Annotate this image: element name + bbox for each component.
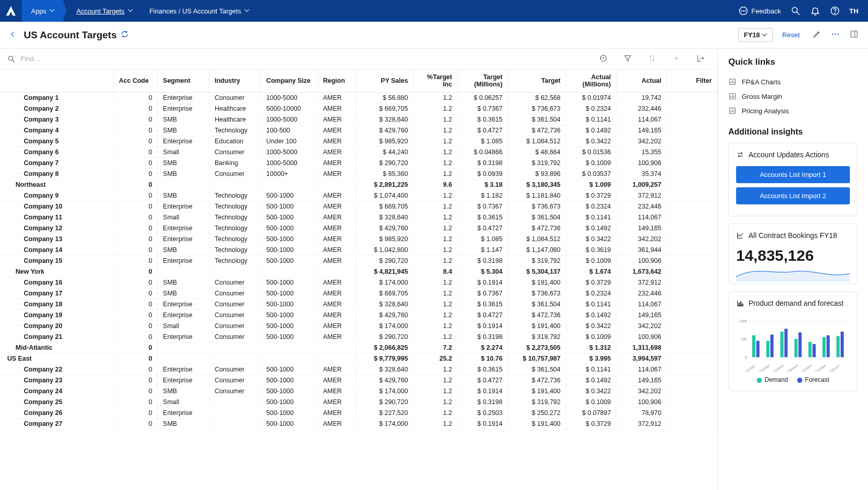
column-header[interactable]: Acc Code	[113, 69, 157, 93]
cell[interactable]: Enterprise	[158, 375, 209, 386]
cell[interactable]: $ 0.0939	[457, 169, 507, 180]
cell[interactable]	[667, 375, 717, 386]
cell[interactable]: $ 56,880	[357, 93, 414, 103]
cell[interactable]: 500-1000	[261, 408, 318, 419]
table-row[interactable]: Northeast0$ 2,891,2259.6$ 3.18$ 3,180,34…	[0, 180, 717, 190]
cell[interactable]: $ 0.4727	[457, 223, 507, 234]
cell[interactable]: 0	[113, 136, 157, 147]
cell[interactable]	[318, 180, 357, 190]
table-row[interactable]: Company 150EnterpriseTechnology500-1000A…	[0, 256, 717, 266]
cell[interactable]: $ 0.2503	[457, 408, 507, 419]
cell[interactable]: 500-1000	[261, 277, 318, 288]
column-header[interactable]	[0, 69, 113, 93]
cell[interactable]: 1,311,698	[616, 343, 666, 353]
cell[interactable]: Consumer	[209, 321, 261, 332]
cell[interactable]: Small	[158, 147, 209, 158]
cell[interactable]: Enterprise	[158, 299, 209, 310]
data-grid[interactable]: Acc CodeSegmentIndustryCompany SizeRegio…	[0, 69, 717, 490]
cell[interactable]: 372,912	[616, 190, 666, 201]
table-row[interactable]: Company 40SMBTechnology100-500AMER$ 429,…	[0, 125, 717, 136]
cell[interactable]: 1000-5000	[261, 93, 318, 103]
cell[interactable]: $ 1.085	[457, 234, 507, 245]
cell[interactable]: 1.2	[413, 288, 457, 299]
cell[interactable]: $ 985,920	[357, 234, 414, 245]
cell[interactable]: Company 11	[0, 212, 113, 223]
cell[interactable]: 500-1000	[261, 234, 318, 245]
cell[interactable]: Enterprise	[158, 310, 209, 321]
cell[interactable]: 1.2	[413, 397, 457, 408]
cell[interactable]: 0	[113, 299, 157, 310]
cell[interactable]	[667, 125, 717, 136]
cell[interactable]: $ 0.1492	[566, 223, 616, 234]
history-button[interactable]	[599, 54, 613, 64]
cell[interactable]: 114,067	[616, 364, 666, 375]
cell[interactable]	[209, 180, 261, 190]
cell[interactable]: AMER	[318, 103, 357, 114]
cell[interactable]	[667, 343, 717, 353]
cell[interactable]: $ 1,042,800	[357, 245, 414, 256]
cell[interactable]: 100,906	[616, 397, 666, 408]
cell[interactable]: 0	[113, 245, 157, 256]
table-row[interactable]: Company 180EnterpriseConsumer500-1000AME…	[0, 299, 717, 310]
back-button[interactable]	[9, 31, 17, 39]
cell[interactable]: Healthcare	[209, 103, 261, 114]
cell[interactable]: 1.2	[413, 245, 457, 256]
table-row[interactable]: Company 80SMBConsumer10000+AMER$ 85,3601…	[0, 169, 717, 180]
cell[interactable]: Healthcare	[209, 114, 261, 125]
cell[interactable]: $ 0.06257	[457, 93, 507, 103]
cell[interactable]: $ 62,568	[508, 93, 566, 103]
cell[interactable]: 1.2	[413, 419, 457, 429]
cell[interactable]: $ 1,074,400	[357, 190, 414, 201]
table-row[interactable]: Company 260Enterprise500-1000AMER$ 227,5…	[0, 408, 717, 419]
cell[interactable]: AMER	[318, 364, 357, 375]
cell[interactable]	[209, 397, 261, 408]
apps-menu[interactable]: Apps	[22, 0, 70, 22]
reset-button[interactable]: Reset	[782, 31, 800, 39]
cell[interactable]	[209, 343, 261, 353]
panel-toggle-button[interactable]	[849, 29, 859, 40]
cell[interactable]: 149,165	[616, 310, 666, 321]
cell[interactable]: $ 5.304	[457, 266, 507, 277]
cell[interactable]	[667, 158, 717, 169]
cell[interactable]: $ 0.3619	[566, 245, 616, 256]
cell[interactable]: $ 472,736	[508, 223, 566, 234]
cell[interactable]	[209, 408, 261, 419]
cell[interactable]: Company 13	[0, 234, 113, 245]
cell[interactable]: $ 5,304,137	[508, 266, 566, 277]
cell[interactable]: $ 0.3422	[566, 234, 616, 245]
cell[interactable]: Technology	[209, 201, 261, 212]
cell[interactable]: Company 26	[0, 408, 113, 419]
cell[interactable]: AMER	[318, 397, 357, 408]
cell[interactable]: AMER	[318, 299, 357, 310]
cell[interactable]	[261, 353, 318, 364]
cell[interactable]: 372,912	[616, 419, 666, 429]
cell[interactable]: Small	[158, 321, 209, 332]
cell[interactable]: $ 1.312	[566, 343, 616, 353]
cell[interactable]: $ 0.3422	[566, 386, 616, 397]
cell[interactable]: Company 17	[0, 288, 113, 299]
cell[interactable]	[158, 353, 209, 364]
cell[interactable]: 1.2	[413, 277, 457, 288]
cell[interactable]: $ 0.3198	[457, 256, 507, 266]
cell[interactable]: $ 0.3422	[566, 136, 616, 147]
cell[interactable]: 1.2	[413, 386, 457, 397]
cell[interactable]: 1.2	[413, 256, 457, 266]
cell[interactable]: $ 0.01536	[566, 147, 616, 158]
cell[interactable]: $ 3.18	[457, 180, 507, 190]
cell[interactable]: 1.2	[413, 299, 457, 310]
cell[interactable]: 7.2	[413, 343, 457, 353]
cell[interactable]: AMER	[318, 136, 357, 147]
cell[interactable]: $ 9,779,995	[357, 353, 414, 364]
cell[interactable]: Consumer	[209, 277, 261, 288]
cell[interactable]: Technology	[209, 245, 261, 256]
cell[interactable]: $ 0.1914	[457, 277, 507, 288]
cell[interactable]: SMB	[158, 419, 209, 429]
cell[interactable]: $ 290,720	[357, 332, 414, 343]
cell[interactable]: 1.2	[413, 114, 457, 125]
table-row[interactable]: Company 90SMBTechnology500-1000AMER$ 1,0…	[0, 190, 717, 201]
cell[interactable]: 1.2	[413, 93, 457, 103]
cell[interactable]	[667, 408, 717, 419]
cell[interactable]: 500-1000	[261, 397, 318, 408]
cell[interactable]: $ 0.1141	[566, 364, 616, 375]
notifications-button[interactable]	[810, 6, 820, 16]
